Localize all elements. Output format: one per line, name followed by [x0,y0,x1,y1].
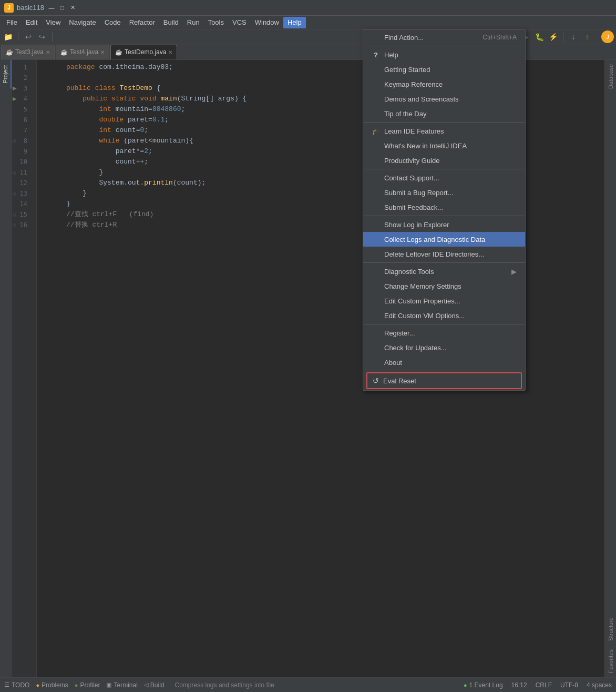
line-gutter: 1 2 3 ▶ 4 ▶ 5 6 7 8 ◇ 9 10 11 ◇ 12 [12,60,37,677]
bottom-profiler[interactable]: ● Profiler [75,681,100,689]
menu-window[interactable]: Window [251,17,283,28]
menu-navigate[interactable]: Navigate [65,17,100,28]
menu-edit[interactable]: Edit [22,17,42,28]
menu-tools[interactable]: Tools [204,17,228,28]
undo-icon[interactable]: ↩ [23,31,34,43]
menu-sep-1 [363,46,525,46]
status-message: Compress logs and settings into file [175,681,274,689]
menu-refactor[interactable]: Refactor [125,17,159,28]
encoding-status: UTF-8 [560,681,578,689]
menu-item-show-log[interactable]: Show Log in Explorer [363,217,525,232]
terminal-icon: ▣ [106,681,111,688]
menu-item-getting-started[interactable]: Getting Started [363,62,525,77]
menu-sep-7 [363,371,525,371]
minimize-button[interactable]: — [47,4,56,12]
git-update-icon[interactable]: ↓ [568,31,579,43]
sidebar-item-structure[interactable]: Structure [607,613,615,645]
menu-file[interactable]: File [2,17,22,28]
build-icon: ◁ [144,681,148,688]
menu-code[interactable]: Code [100,17,125,28]
tab-test4-close[interactable]: ✕ [100,49,105,55]
tab-test3-close[interactable]: ✕ [46,49,50,55]
keymap-label: Keymap Reference [384,80,443,88]
menu-item-diagnostic-tools[interactable]: Diagnostic Tools ▶ [363,264,525,279]
show-log-label: Show Log in Explorer [384,221,449,229]
menu-item-collect-logs[interactable]: Collect Logs and Diagnostic Data [363,232,525,247]
sidebar-item-database[interactable]: Database [607,60,615,93]
menu-item-submit-bug[interactable]: Submit a Bug Report... [363,185,525,200]
menu-sep-6 [363,324,525,324]
terminal-label: Terminal [114,681,137,689]
menu-run[interactable]: Run [183,17,204,28]
debug-button[interactable]: 🐛 [533,31,545,43]
bottom-problems[interactable]: ● Problems [36,681,68,689]
bottom-todo[interactable]: ☰ TODO [4,681,29,689]
project-name: basic118 [17,4,44,12]
bottom-status-right: ● 1 Event Log 16:12 CRLF UTF-8 4 spaces [464,681,612,689]
submit-bug-label: Submit a Bug Report... [384,189,454,197]
menu-item-find-action[interactable]: Find Action... Ctrl+Shift+A [363,30,525,45]
about-label: About [384,359,402,367]
maximize-button[interactable]: □ [58,4,66,12]
help-label: Help [384,51,398,59]
menu-item-demos[interactable]: Demos and Screencasts [363,91,525,106]
menu-item-edit-custom-props[interactable]: Edit Custom Properties... [363,293,525,308]
getting-started-label: Getting Started [384,66,430,74]
change-memory-label: Change Memory Settings [384,282,461,290]
avatar-icon[interactable]: J [601,30,614,43]
menu-item-edit-custom-vm[interactable]: Edit Custom VM Options... [363,308,525,323]
check-updates-label: Check for Updates... [384,344,447,352]
redo-icon[interactable]: ↪ [36,31,48,43]
menu-item-delete-leftover[interactable]: Delete Leftover IDE Directories... [363,247,525,261]
menu-view[interactable]: View [42,17,65,28]
eval-reset-icon: ↺ [373,376,379,385]
tab-test3[interactable]: ☕ Test3.java ✕ [1,45,55,59]
open-folder-icon[interactable]: 📁 [2,31,14,43]
tip-label: Tip of the Day [384,110,426,118]
tab-testdemo-close[interactable]: ✕ [168,49,172,55]
menu-help[interactable]: Help [283,17,306,28]
titlebar: J basic118 — □ ✕ [0,0,616,16]
menu-item-whats-new[interactable]: What's New in IntelliJ IDEA [363,138,525,153]
menu-item-check-updates[interactable]: Check for Updates... [363,340,525,355]
menu-sep-2 [363,122,525,123]
menu-item-productivity[interactable]: Productivity Guide [363,153,525,168]
menu-item-eval-reset[interactable]: ↺ Eval Reset [367,373,521,388]
edit-custom-vm-label: Edit Custom VM Options... [384,312,465,320]
menu-item-keymap[interactable]: Keymap Reference [363,77,525,91]
bottom-build[interactable]: ◁ Build [144,681,165,689]
tab-testdemo[interactable]: ☕ TestDemo.java ✕ [110,45,177,59]
close-button[interactable]: ✕ [68,4,77,12]
tab-test4-label: Test4.java [70,48,98,56]
tab-java-icon-1: ☕ [6,49,13,56]
menu-build[interactable]: Build [159,17,183,28]
tab-java-icon-3: ☕ [115,49,122,56]
menu-item-change-memory[interactable]: Change Memory Settings [363,279,525,293]
menu-item-help[interactable]: ? Help [363,47,525,62]
git-push-icon[interactable]: ↑ [581,31,593,43]
productivity-label: Productivity Guide [384,157,440,165]
menubar: File Edit View Navigate Code Refactor Bu… [0,16,616,29]
find-action-label: Find Action... [384,34,424,42]
profile-button[interactable]: ⚡ [547,31,559,43]
menu-item-about[interactable]: About [363,355,525,370]
menu-vcs[interactable]: VCS [228,17,251,28]
bottom-terminal[interactable]: ▣ Terminal [106,681,137,689]
toolbar-separator-2 [52,32,53,42]
collect-logs-label: Collect Logs and Diagnostic Data [384,236,485,243]
menu-item-contact-support[interactable]: Contact Support... [363,170,525,185]
contact-support-label: Contact Support... [384,174,439,182]
menu-sep-4 [363,216,525,216]
left-panel-tabs: Project [0,60,12,677]
diagnostic-tools-label: Diagnostic Tools [384,268,434,276]
find-action-shortcut: Ctrl+Shift+A [482,34,517,41]
sidebar-item-project[interactable]: Project [0,60,12,88]
menu-item-register[interactable]: Register... [363,325,525,340]
event-log[interactable]: ● 1 Event Log [464,681,503,689]
menu-item-tip[interactable]: Tip of the Day [363,106,525,121]
tab-test4[interactable]: ☕ Test4.java ✕ [56,45,109,59]
sidebar-item-favorites[interactable]: Favorites [607,645,615,677]
menu-item-submit-feedback[interactable]: Submit Feedback... [363,200,525,215]
profiler-label: Profiler [80,681,100,689]
menu-item-learn-ide[interactable]: 🎓 Learn IDE Features [363,124,525,138]
